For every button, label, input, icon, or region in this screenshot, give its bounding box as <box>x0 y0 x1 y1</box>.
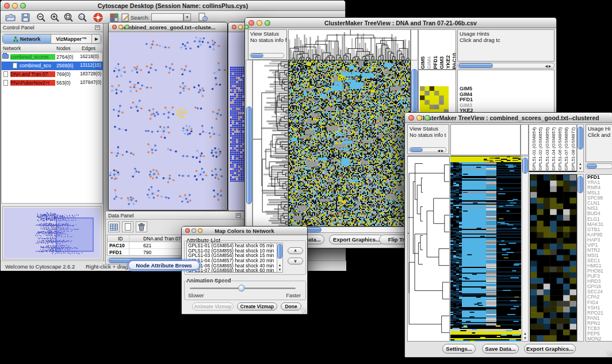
move-up-button[interactable]: ∧ <box>288 247 303 254</box>
heatmap-canvas[interactable] <box>289 60 410 226</box>
treeview-combined-titlebar[interactable]: ClusterMaker TreeView : combined_scores_… <box>405 113 612 123</box>
save-session-button[interactable] <box>19 12 32 22</box>
close-icon[interactable] <box>232 25 236 29</box>
gene-label[interactable]: GIM4 <box>460 92 554 98</box>
zoom-window-icon[interactable] <box>424 115 430 121</box>
network-row[interactable]: DNA and Tran 07 769(0) 183728(0) <box>1 70 103 79</box>
help-button[interactable] <box>91 12 104 22</box>
tab-vizmapper[interactable]: VizMapper™ <box>51 35 92 43</box>
gene-label[interactable]: MON2 <box>587 336 612 342</box>
heatmap-canvas[interactable] <box>450 156 521 342</box>
column-labels-scrollbar[interactable]: ▲ ▼ <box>577 124 584 172</box>
move-down-button[interactable]: ∨ <box>288 258 303 265</box>
attribute-list-scrollbar[interactable]: ▲ ▼ <box>277 243 283 273</box>
zoom-in-button[interactable] <box>48 12 61 22</box>
column-dendrogram-panel[interactable] <box>450 124 521 155</box>
detail-heatmap-canvas[interactable] <box>530 175 576 341</box>
network-row[interactable]: RNAPuberNov2+I 563(0) 107847(0) <box>1 79 103 87</box>
scroll-up-icon[interactable]: ▲ <box>577 162 583 166</box>
dialog-titlebar[interactable]: Map Colors to Network <box>182 227 307 235</box>
animate-vizmap-button[interactable]: Animate Vizmap <box>192 302 234 311</box>
heatmap-vscrollbar[interactable]: ▲ ▼ <box>522 156 529 342</box>
network-view-titlebar[interactable]: combined_scores_good.txt--cluste... <box>109 22 227 32</box>
treeview-dna-vscrollbar[interactable] <box>246 60 253 227</box>
resize-grip[interactable] <box>606 351 612 357</box>
search-input[interactable] <box>151 13 183 21</box>
node-attribute-browser-button[interactable]: Node Attribute Brows <box>128 260 200 270</box>
zoom-selected-button[interactable]: 1:1 <box>76 12 89 22</box>
scroll-up-icon[interactable]: ▲ <box>277 263 282 267</box>
treeview-dna-titlebar[interactable]: ClusterMaker TreeView : DNA and Tran 07-… <box>245 18 556 28</box>
float-panel-icon[interactable] <box>236 213 241 218</box>
gene-label[interactable]: GIM5 <box>460 86 554 92</box>
zoom-out-button[interactable] <box>35 12 47 22</box>
close-icon[interactable] <box>248 20 254 26</box>
network-overview-canvas[interactable] <box>3 208 100 258</box>
close-icon[interactable] <box>408 115 414 121</box>
attribute-list[interactable]: GPL51-01 (GSM854) heat shock 05 minGPL51… <box>186 243 277 273</box>
float-panel-icon[interactable] <box>95 25 100 30</box>
tab-network[interactable]: Network <box>3 35 51 43</box>
minimize-icon[interactable] <box>416 115 422 121</box>
cytoscape-titlebar[interactable]: Cytoscape Desktop (Session Name: collins… <box>1 1 345 11</box>
column-dendrogram-canvas[interactable] <box>289 30 410 60</box>
scroll-down-icon[interactable]: ▼ <box>277 268 282 271</box>
row-dendrogram-panel[interactable] <box>253 60 288 227</box>
resize-grip[interactable] <box>221 204 227 209</box>
annotation-button[interactable] <box>108 12 120 22</box>
col-header-nodes[interactable]: Nodes <box>56 45 71 51</box>
session-details-button[interactable] <box>197 12 209 22</box>
zoom-window-icon[interactable] <box>125 25 129 29</box>
more-tabs-button[interactable]: ▶ <box>92 35 101 43</box>
row-dendrogram-canvas[interactable] <box>408 156 449 341</box>
minimize-icon[interactable] <box>192 228 196 233</box>
create-attribute-button[interactable] <box>122 221 133 232</box>
col-header-id[interactable]: ID <box>118 236 123 242</box>
settings-button[interactable]: Settings... <box>442 344 476 354</box>
minimize-icon[interactable] <box>238 25 243 29</box>
correlation-heatmap-canvas[interactable] <box>420 86 449 114</box>
network-row-selected[interactable]: combined_sco 2569(6) 13112(15) <box>1 62 103 70</box>
zoom-window-icon[interactable] <box>198 228 202 233</box>
column-dendrogram-panel[interactable] <box>288 29 411 60</box>
scroll-up-icon[interactable]: ▲ <box>522 332 528 335</box>
zoom-fit-button[interactable] <box>62 12 75 22</box>
gene-label[interactable]: GIM3 <box>460 103 554 109</box>
zoom-window-icon[interactable] <box>20 3 26 9</box>
export-graphics-button[interactable]: Export Graphics... <box>329 235 384 244</box>
col-header-network[interactable]: Network <box>3 45 21 51</box>
close-icon[interactable] <box>112 25 117 29</box>
save-data-button[interactable]: Save Data... <box>482 344 519 354</box>
col-header-edges[interactable]: Edges <box>82 45 95 51</box>
network-view-canvas[interactable] <box>109 33 227 210</box>
scroll-arrows-icon[interactable]: ◀ ▶ <box>436 149 445 152</box>
gene-label[interactable]: PFD1 <box>460 97 554 103</box>
close-icon[interactable] <box>185 228 190 233</box>
detail-vscrollbar[interactable] <box>577 174 584 342</box>
view-status-scrollbar[interactable]: ◀ ▶ <box>250 53 284 58</box>
scroll-arrows-icon[interactable]: ◀ ▶ <box>284 54 284 58</box>
gene-list[interactable]: PFD1YRA1RNR4MSL1SPC98CLN1NIS1BUD4ELG1MAK… <box>586 174 612 342</box>
detail-heatmap-panel[interactable] <box>530 174 577 342</box>
minimize-icon[interactable] <box>12 3 18 9</box>
create-vizmap-button[interactable]: Create Vizmap <box>237 302 277 311</box>
done-button[interactable]: Done <box>281 302 301 311</box>
scroll-arrows-icon[interactable]: ◀ ▶ <box>544 64 553 68</box>
heatmap-panel[interactable] <box>450 156 521 342</box>
attribute-select-button[interactable] <box>108 221 120 232</box>
edit-network-button[interactable] <box>119 12 132 22</box>
close-icon[interactable] <box>4 3 10 9</box>
open-session-button[interactable] <box>4 12 17 22</box>
scroll-down-icon[interactable]: ▼ <box>522 336 528 340</box>
usage-hints-scrollbar[interactable] <box>586 163 612 169</box>
search-dropdown-button[interactable]: ▼ <box>183 13 191 21</box>
view-status-scrollbar[interactable]: ◀ ▶ <box>409 147 446 152</box>
network-overview-panel[interactable] <box>2 206 101 259</box>
export-graphics-button[interactable]: Export Graphics... <box>524 344 576 354</box>
heatmap-panel[interactable] <box>288 60 411 227</box>
network-row[interactable]: combined_scores 2764(0) 16218(0) <box>1 53 103 62</box>
minimize-icon[interactable] <box>257 20 262 26</box>
speed-slider-thumb[interactable] <box>238 285 245 292</box>
zoom-window-icon[interactable] <box>265 20 270 26</box>
minimize-icon[interactable] <box>118 25 123 29</box>
